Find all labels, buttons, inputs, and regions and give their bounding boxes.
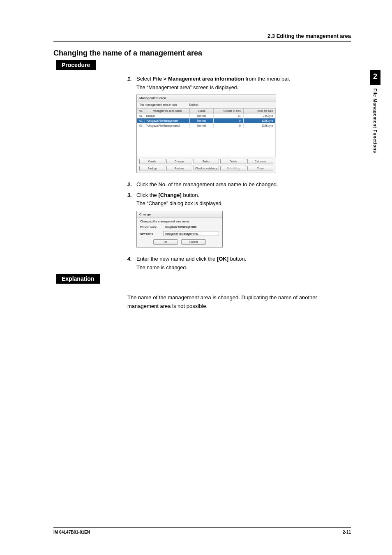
footer-doc-id: IM 04L47B01-01EN xyxy=(53,530,90,534)
present-name-label: Present name xyxy=(140,226,161,229)
table-empty-area xyxy=(137,128,276,157)
step-text: Click the xyxy=(136,192,158,198)
chapter-number: 2 xyxy=(370,70,380,85)
change-dialog: Change Changing the management area name… xyxy=(136,211,223,247)
cancel-button[interactable]: Cancel xyxy=(181,239,206,245)
management-area-table: No. Management area name Status Number o… xyxy=(137,108,276,128)
step-number: 2. xyxy=(127,180,136,189)
backup-button[interactable]: Backup xyxy=(139,166,165,171)
step-number: 4. xyxy=(127,255,136,271)
step-subtext: The “Management area” screen is displaye… xyxy=(136,84,347,92)
dialog-title: Change xyxy=(137,211,222,218)
step-number: 1. xyxy=(127,75,136,91)
restore-button[interactable]: Restore xyxy=(166,166,192,171)
create-button[interactable]: Create xyxy=(139,159,165,164)
step-text: Select xyxy=(136,76,153,82)
inuse-value: Default xyxy=(189,103,198,106)
step-2: 2. Click the No. of the management area … xyxy=(127,180,347,189)
step-bold: [OK] xyxy=(217,256,228,262)
table-row-selected[interactable]: 02 YokogawaFileManagement Normal 0 132Kb… xyxy=(137,118,276,123)
col-header-status[interactable]: Status xyxy=(190,109,213,113)
ok-button[interactable]: OK xyxy=(153,239,178,245)
present-name-value: YokogawaFileManagement xyxy=(163,224,219,229)
step-text: Click the No. of the management area nam… xyxy=(136,180,347,189)
inuse-label: The management area in use xyxy=(139,103,177,106)
switch-button[interactable]: Switch xyxy=(194,159,219,164)
step-text: Enter the new name and click the xyxy=(136,256,217,262)
close-button[interactable]: Close xyxy=(247,166,273,171)
new-name-input[interactable]: YokogawaFileManagement1 xyxy=(163,231,219,236)
footer-page-number: 2-11 xyxy=(343,530,351,534)
management-area-window: Management area The management area in u… xyxy=(136,95,276,173)
window-title: Management area xyxy=(137,95,276,102)
page-title: Changing the name of a management area xyxy=(53,49,351,58)
col-header-size[interactable]: Index file size xyxy=(243,109,275,113)
step-bold: File > Management area information xyxy=(153,76,244,82)
col-header-name[interactable]: Management area name xyxy=(145,109,190,113)
procedure-label: Procedure xyxy=(56,60,96,70)
delete-button[interactable]: Delete xyxy=(220,159,246,164)
breadcrumb: 2.3 Editing the management area xyxy=(53,33,351,42)
step-text: from the menu bar. xyxy=(244,76,291,82)
step-bold: [Change] xyxy=(158,192,181,198)
chapter-title: File Management Functions xyxy=(373,85,378,153)
step-subtext: The name is changed. xyxy=(136,264,347,272)
rebuilding-button[interactable]: Rebuilding xyxy=(220,166,246,171)
col-header-files[interactable]: Number of files xyxy=(213,109,243,113)
explanation-text: The name of the management area is chang… xyxy=(127,294,347,311)
step-text: button. xyxy=(182,192,199,198)
dialog-subtitle: Changing the management area name xyxy=(137,218,222,224)
new-name-label: New name xyxy=(140,232,161,235)
chapter-tab: 2 File Management Functions xyxy=(370,70,380,153)
table-row[interactable]: 03 YokogawaFileManagement2 Normal 0 132K… xyxy=(137,123,276,128)
page-footer: IM 04L47B01-01EN 2-11 xyxy=(53,527,351,534)
check-consistency-button[interactable]: Check consistency xyxy=(194,166,219,171)
step-subtext: The “Change” dialog box is displayed. xyxy=(136,200,347,208)
change-button[interactable]: Change xyxy=(166,159,192,164)
step-4: 4. Enter the new name and click the [OK]… xyxy=(127,255,347,271)
calculate-button[interactable]: Calculate xyxy=(247,159,273,164)
step-1: 1. Select File > Management area informa… xyxy=(127,75,347,91)
explanation-label: Explanation xyxy=(56,274,100,284)
step-number: 3. xyxy=(127,191,136,208)
table-row[interactable]: 01 Default Normal 51 78Kbyte xyxy=(137,113,276,118)
col-header-no[interactable]: No. xyxy=(137,109,145,113)
step-3: 3. Click the [Change] button. The “Chang… xyxy=(127,191,347,208)
step-text: button. xyxy=(228,256,246,262)
